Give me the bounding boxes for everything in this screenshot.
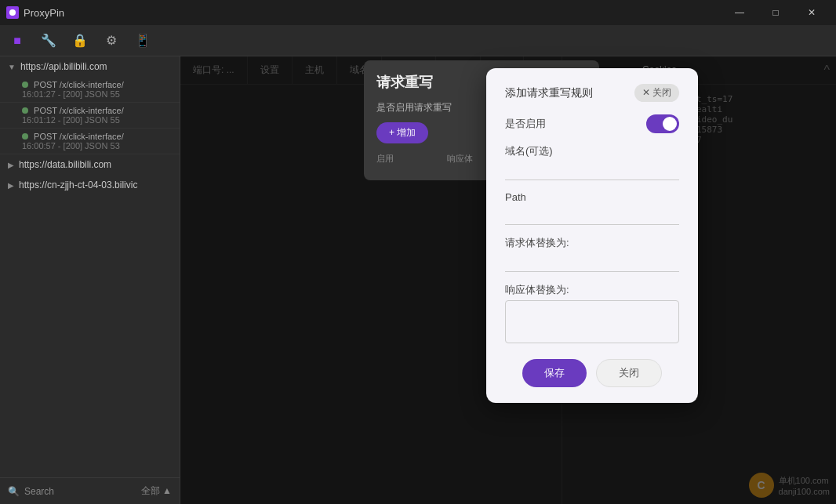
toolbar-mobile-icon[interactable]: 📱: [135, 33, 151, 49]
method-badge: [22, 82, 28, 88]
toolbar-clear-icon[interactable]: 🔧: [41, 33, 56, 49]
expand-arrow-icon: ▶: [8, 161, 14, 169]
host-name: https://data.bilibili.com: [19, 159, 111, 170]
expand-arrow-icon: ▶: [8, 181, 14, 190]
path-label: Path: [505, 191, 679, 203]
save-button[interactable]: 保存: [522, 359, 587, 387]
path-field: Path: [505, 191, 679, 225]
toolbar-settings-icon[interactable]: ⚙: [104, 33, 119, 49]
toolbar: ■ 🔧 🔒 ⚙ 📱: [0, 25, 836, 56]
search-box[interactable]: 🔍 Search 全部 ▲: [8, 484, 172, 498]
enable-toggle[interactable]: [646, 114, 679, 133]
dialog-footer: 保存 关闭: [505, 359, 679, 387]
request-replace-input[interactable]: [505, 253, 679, 272]
search-label[interactable]: Search: [24, 486, 54, 497]
domain-input[interactable]: [505, 161, 679, 180]
domain-field: 域名(可选): [505, 144, 679, 180]
overlay: 请求重写 是否启用请求重写 + 增加 启用 响应体 添加请求重写规则 ✕ 关闭: [180, 56, 836, 504]
main-layout: ▼ https://api.bilibili.com POST /x/click…: [0, 56, 836, 504]
svg-point-0: [9, 9, 16, 16]
path-input[interactable]: [505, 206, 679, 225]
request-replace-field: 请求体替换为:: [505, 236, 679, 272]
response-replace-textarea[interactable]: [505, 300, 679, 343]
maximize-button[interactable]: □: [758, 0, 794, 25]
app-title: ProxyPin: [24, 7, 64, 19]
sidebar: ▼ https://api.bilibili.com POST /x/click…: [0, 56, 180, 504]
add-button[interactable]: + 增加: [376, 122, 428, 143]
dialog-body: 是否启用 域名(可选) Path 请求体替换为: [505, 114, 679, 346]
sidebar-host-data-bilibili[interactable]: ▶ https://data.bilibili.com: [0, 154, 180, 175]
list-item[interactable]: POST /x/click-interface/ 16:01:12 - [200…: [0, 103, 180, 129]
dialog-close-top-button[interactable]: ✕ 关闭: [634, 84, 679, 102]
toolbar-lock-icon[interactable]: 🔒: [72, 33, 88, 49]
add-rewrite-dialog: 添加请求重写规则 ✕ 关闭 是否启用 域名(可选): [486, 68, 698, 403]
dialog-header: 添加请求重写规则 ✕ 关闭: [505, 84, 679, 102]
domain-label: 域名(可选): [505, 144, 679, 158]
method-badge: [22, 107, 28, 114]
response-replace-field: 响应体替换为:: [505, 283, 679, 346]
close-button[interactable]: ✕: [794, 0, 830, 25]
method-badge: [22, 133, 28, 140]
title-bar: ProxyPin — □ ✕: [0, 0, 836, 25]
minimize-button[interactable]: —: [722, 0, 758, 25]
toolbar-stop-icon[interactable]: ■: [9, 33, 25, 49]
enable-row: 是否启用: [505, 114, 679, 133]
sidebar-host-cn-zjjh[interactable]: ▶ https://cn-zjjh-ct-04-03.bilivic: [0, 175, 180, 195]
list-item[interactable]: POST /x/click-interface/ 16:01:27 - [200…: [0, 77, 180, 103]
response-replace-label: 响应体替换为:: [505, 283, 679, 297]
app-title-group: ProxyPin: [6, 6, 64, 19]
list-item[interactable]: POST /x/click-interface/ 16:00:57 - [200…: [0, 129, 180, 154]
sidebar-host-bilibili-api[interactable]: ▼ https://api.bilibili.com: [0, 56, 180, 77]
col-response: 响应体: [447, 153, 473, 165]
content-wrapper: 端口号: ... 设置 主机 域名 请求体 外部 Gith Response C…: [180, 56, 836, 504]
enable-label: 是否启用: [505, 117, 546, 131]
window-controls: — □ ✕: [722, 0, 830, 25]
search-icon: 🔍: [8, 486, 20, 497]
dialog-title: 添加请求重写规则: [505, 86, 593, 100]
sidebar-footer: 🔍 Search 全部 ▲: [0, 477, 180, 504]
app-icon: [6, 6, 19, 19]
host-name: https://cn-zjjh-ct-04-03.bilivic: [19, 179, 137, 190]
request-replace-label: 请求体替换为:: [505, 236, 679, 250]
col-enable: 启用: [376, 153, 394, 165]
expand-arrow-icon: ▼: [8, 63, 16, 71]
rewrite-subtitle: 是否启用请求重写: [376, 101, 452, 114]
close-button[interactable]: 关闭: [596, 359, 662, 387]
filter-label[interactable]: 全部 ▲: [141, 484, 172, 498]
host-name: https://api.bilibili.com: [20, 61, 107, 72]
